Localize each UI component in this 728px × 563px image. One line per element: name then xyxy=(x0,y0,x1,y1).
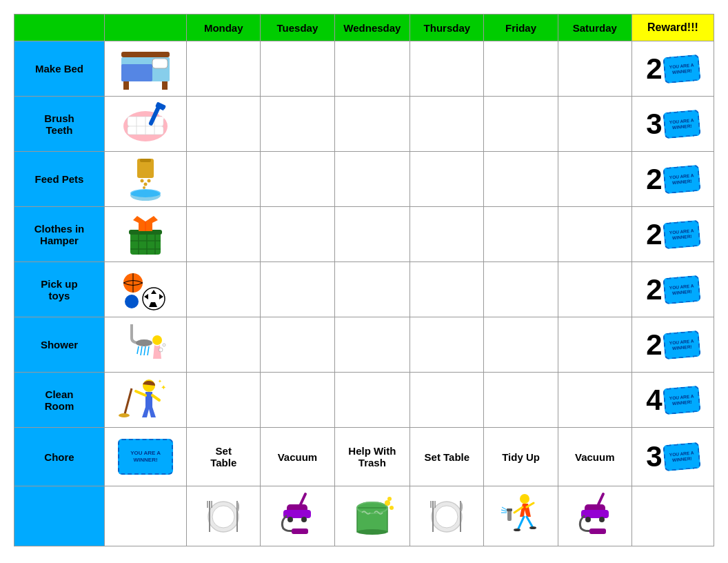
svg-point-74 xyxy=(357,529,387,535)
reward-chore: 3 YOU ARE AWINNER! xyxy=(631,428,714,486)
ticket-brush-teeth: YOU ARE AWINNER! xyxy=(663,109,700,138)
bottom-plate2 xyxy=(410,486,484,546)
reward-pick-up-toys: 2 YOU ARE AWINNER! xyxy=(631,262,714,317)
svg-point-19 xyxy=(161,117,164,119)
svg-point-42 xyxy=(125,295,139,308)
shower-saturday xyxy=(558,317,631,373)
clean-room-saturday xyxy=(558,373,631,428)
svg-point-49 xyxy=(152,335,162,345)
clothes-hamper-friday xyxy=(484,207,558,262)
svg-line-47 xyxy=(144,346,145,355)
shower-thursday xyxy=(410,317,484,373)
feed-pets-tuesday xyxy=(261,152,334,207)
row-chore: Chore YOU ARE AWINNER! SetTable Vacuum H… xyxy=(14,428,714,486)
chore-thursday: Set Table xyxy=(410,428,484,486)
clean-room-wednesday xyxy=(334,373,410,428)
clean-room-tuesday xyxy=(261,373,334,428)
row-brush-teeth: BrushTeeth xyxy=(14,97,714,152)
svg-line-68 xyxy=(301,494,305,504)
chore-wednesday: Help WithTrash xyxy=(334,428,410,486)
clean-room-friday xyxy=(484,373,558,428)
ticket-clean-room: YOU ARE AWINNER! xyxy=(663,385,700,414)
header-saturday: Saturday xyxy=(558,14,631,41)
svg-line-46 xyxy=(141,346,142,355)
shower-monday xyxy=(187,317,261,373)
svg-point-56 xyxy=(119,413,130,417)
header-reward: Reward!!! xyxy=(631,14,714,41)
svg-line-89 xyxy=(518,517,524,529)
svg-line-95 xyxy=(502,507,507,510)
svg-point-102 xyxy=(585,517,591,522)
svg-rect-0 xyxy=(121,52,170,57)
feed-pets-friday xyxy=(484,152,558,207)
bottom-col9 xyxy=(631,486,714,546)
clothes-hamper-tuesday xyxy=(261,207,334,262)
reward-clean-room: 4 YOU ARE AWINNER! xyxy=(631,373,714,428)
make-bed-wednesday xyxy=(334,41,410,97)
icon-make-bed xyxy=(105,41,187,97)
svg-rect-93 xyxy=(507,510,512,521)
clean-room-thursday xyxy=(410,373,484,428)
row-make-bed: Make Bed xyxy=(14,41,714,97)
label-clean-room: CleanRoom xyxy=(14,373,105,428)
svg-point-76 xyxy=(385,500,390,506)
reward-brush-teeth: 3 YOU ARE AWINNER! xyxy=(631,97,714,152)
shower-tuesday xyxy=(261,317,334,373)
svg-point-77 xyxy=(390,506,394,510)
row-pick-up-toys: Pick uptoys xyxy=(14,262,714,317)
clean-room-monday xyxy=(187,373,261,428)
make-bed-thursday xyxy=(410,41,484,97)
svg-point-22 xyxy=(141,179,144,182)
pick-up-toys-monday xyxy=(187,262,261,317)
reward-make-bed: 2 YOU ARE AWINNER! xyxy=(631,41,714,97)
svg-rect-3 xyxy=(121,64,152,81)
svg-rect-28 xyxy=(130,233,161,255)
row-shower: Shower xyxy=(14,317,714,373)
svg-point-60 xyxy=(212,506,234,528)
feed-pets-saturday xyxy=(558,152,631,207)
svg-line-45 xyxy=(137,346,139,354)
svg-rect-69 xyxy=(292,529,308,534)
brush-teeth-tuesday xyxy=(261,97,334,152)
ticket-shower: YOU ARE AWINNER! xyxy=(663,330,700,359)
chore-tuesday: Vacuum xyxy=(261,428,334,486)
svg-point-78 xyxy=(387,497,392,501)
svg-text:✦: ✦ xyxy=(161,384,166,391)
header-col2 xyxy=(105,14,187,41)
icon-clean-room: ✦ ✦ xyxy=(105,373,187,428)
svg-point-44 xyxy=(136,339,152,346)
ticket-chore: YOU ARE AWINNER! xyxy=(663,442,700,471)
clothes-hamper-monday xyxy=(187,207,261,262)
brush-teeth-saturday xyxy=(558,97,631,152)
svg-point-103 xyxy=(599,517,605,522)
label-feed-pets: Feed Pets xyxy=(14,152,105,207)
svg-point-24 xyxy=(148,179,151,182)
reward-shower: 2 YOU ARE AWINNER! xyxy=(631,317,714,373)
pick-up-toys-thursday xyxy=(410,262,484,317)
feed-pets-thursday xyxy=(410,152,484,207)
chore-saturday: Vacuum xyxy=(558,428,631,486)
svg-rect-5 xyxy=(162,81,168,90)
label-brush-teeth: BrushTeeth xyxy=(14,97,105,152)
svg-point-25 xyxy=(143,186,145,189)
label-chore: Chore xyxy=(14,428,105,486)
header-thursday: Thursday xyxy=(410,14,484,41)
bottom-tidy xyxy=(484,486,558,546)
label-make-bed: Make Bed xyxy=(14,41,105,97)
bottom-trash xyxy=(334,486,410,546)
clothes-hamper-saturday xyxy=(558,207,631,262)
svg-line-100 xyxy=(598,494,603,504)
svg-rect-99 xyxy=(581,510,609,518)
svg-rect-21 xyxy=(140,159,151,162)
svg-point-18 xyxy=(163,109,166,112)
shower-wednesday xyxy=(334,317,410,373)
bottom-col1 xyxy=(14,486,105,546)
svg-point-27 xyxy=(130,189,161,197)
brush-teeth-monday xyxy=(187,97,261,152)
svg-point-80 xyxy=(436,506,458,528)
label-clothes-hamper: Clothes inHamper xyxy=(14,207,105,262)
row-bottom xyxy=(14,486,714,546)
brush-teeth-friday xyxy=(484,97,558,152)
brush-teeth-thursday xyxy=(410,97,484,152)
svg-rect-67 xyxy=(283,510,311,518)
